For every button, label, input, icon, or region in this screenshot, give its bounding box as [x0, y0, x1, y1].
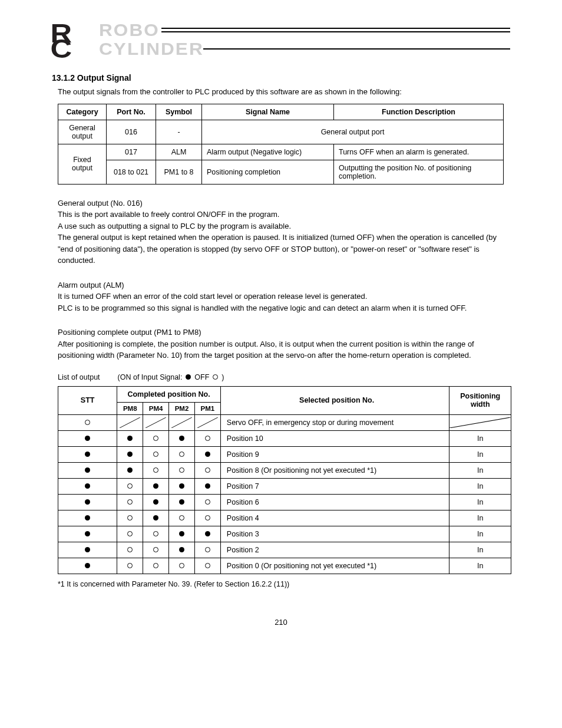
dot-on-icon — [205, 531, 210, 536]
cell-pw: In — [449, 494, 511, 510]
table-row: General output 016 - General output port — [58, 120, 504, 144]
dot-on-icon — [127, 467, 133, 473]
cell-stt — [58, 542, 117, 558]
cell-pm — [194, 462, 220, 478]
diagonal-na-icon — [197, 417, 218, 428]
table-row: Position 9In — [58, 446, 511, 462]
dot-off-icon — [127, 531, 133, 536]
cell-stt — [58, 510, 117, 526]
svg-line-3 — [197, 417, 218, 428]
dot-on-icon — [153, 499, 158, 505]
dot-on-icon — [85, 547, 90, 552]
logo-rc-mark: R C — [52, 23, 93, 56]
svg-line-2 — [171, 417, 192, 428]
dot-off-icon — [127, 547, 133, 552]
dot-off-icon — [179, 515, 184, 521]
col-header-completed: Completed position No. — [117, 386, 221, 402]
intro-paragraph: The output signals from the controller t… — [58, 86, 510, 98]
col-header-category: Category — [58, 104, 107, 120]
table-row: Position 8 (Or positioning not yet execu… — [58, 462, 511, 478]
cell-stt — [58, 526, 117, 542]
col-sub-pm2: PM2 — [169, 402, 195, 414]
cell-selected: Position 3 — [220, 526, 449, 542]
cell-port: 017 — [107, 144, 156, 160]
dot-off-icon — [153, 547, 158, 552]
subhead-general: General output (No. 016) — [58, 197, 510, 209]
cell-pm — [117, 510, 143, 526]
dot-off-icon — [127, 515, 133, 521]
dot-off-icon — [127, 563, 133, 568]
dot-on-icon — [127, 436, 133, 441]
cell-pm — [169, 414, 195, 430]
para-alm: It is turned OFF when an error of the co… — [58, 291, 510, 314]
cell-stt — [58, 494, 117, 510]
table-row: 018 to 021 PM1 to 8 Positioning completi… — [58, 160, 504, 184]
logo-c-glyph: C — [51, 36, 72, 62]
cell-stt — [58, 558, 117, 574]
legend-row: List of output (ON of Input Signal: OFF … — [58, 373, 510, 381]
cell-name: Alarm output (Negative logic) — [202, 144, 334, 160]
logo-wordmark: ROBO CYLINDER — [99, 21, 510, 58]
dot-on-icon — [85, 436, 90, 441]
legend-suffix: ) — [222, 373, 224, 381]
cell-pm — [143, 542, 169, 558]
cell-pm — [194, 510, 220, 526]
para-general: This is the port available to freely con… — [58, 209, 510, 266]
cell-pm — [117, 526, 143, 542]
table-row: Fixed output 017 ALM Alarm output (Negat… — [58, 144, 504, 160]
subhead-pm: Positioning complete output (PM1 to PM8) — [58, 327, 510, 338]
dot-off-icon — [205, 499, 210, 505]
table-row: Position 10In — [58, 430, 511, 446]
diagonal-na-icon — [120, 417, 140, 428]
cell-symbol: PM1 to 8 — [156, 160, 202, 184]
cell-pm — [143, 414, 169, 430]
cell-selected: Position 0 (Or positioning not yet execu… — [220, 558, 449, 574]
cell-pm — [194, 446, 220, 462]
cell-selected: Position 9 — [220, 446, 449, 462]
cell-pm — [169, 478, 195, 494]
dot-off-icon — [127, 483, 133, 489]
dot-off-icon — [205, 515, 210, 521]
cell-pw: In — [449, 542, 511, 558]
dot-on-icon — [179, 483, 184, 489]
cell-pm — [169, 446, 195, 462]
header-logo-row: R C ROBO CYLINDER — [52, 21, 510, 58]
dot-on-icon — [179, 547, 184, 552]
cell-pm — [117, 542, 143, 558]
dot-off-icon — [153, 452, 158, 457]
dot-off-icon — [153, 436, 158, 441]
cell-pm — [117, 446, 143, 462]
col-sub-pm4: PM4 — [143, 402, 169, 414]
dot-off-icon — [85, 420, 90, 425]
dot-on-icon — [205, 452, 210, 457]
diagonal-na-icon — [171, 417, 192, 428]
dot-off-icon — [153, 467, 158, 473]
dot-off-icon — [179, 563, 184, 568]
cell-stt — [58, 430, 117, 446]
cell-stt — [58, 478, 117, 494]
table-row: Position 6In — [58, 494, 511, 510]
para-pm: After positioning is complete, the posit… — [58, 338, 510, 361]
dot-on-icon — [85, 531, 90, 536]
dot-off-icon — [179, 452, 184, 457]
table-row: Position 7In — [58, 478, 511, 494]
cell-pm — [117, 558, 143, 574]
dot-off-icon — [153, 563, 158, 568]
cell-pm — [169, 494, 195, 510]
cell-pm — [194, 526, 220, 542]
col-header-selected: Selected position No. — [220, 386, 449, 414]
cell-stt — [58, 446, 117, 462]
cell-pm — [117, 494, 143, 510]
dot-off-icon — [213, 374, 218, 380]
cell-selected: Servo OFF, in emergency stop or during m… — [220, 414, 449, 430]
cell-pm — [169, 510, 195, 526]
cell-pm — [194, 430, 220, 446]
cell-pm — [117, 462, 143, 478]
cell-port: 016 — [107, 120, 156, 144]
cell-name: Positioning completion — [202, 160, 334, 184]
cell-stt — [58, 462, 117, 478]
dot-on-icon — [85, 467, 90, 473]
position-output-table: STT Completed position No. Selected posi… — [58, 386, 511, 574]
cell-pm — [143, 526, 169, 542]
dot-on-icon — [85, 563, 90, 568]
